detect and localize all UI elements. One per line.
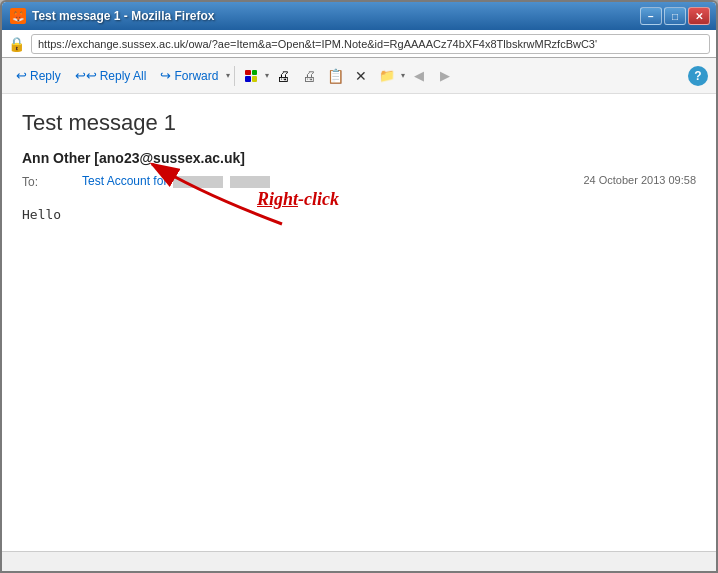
contact-button[interactable]: 📋 bbox=[323, 64, 347, 88]
contact-icon: 📋 bbox=[327, 68, 344, 84]
reply-all-label: Reply All bbox=[100, 69, 147, 83]
forward-icon: ↪ bbox=[160, 68, 171, 83]
title-bar-left: 🦊 Test message 1 - Mozilla Firefox bbox=[10, 8, 215, 24]
email-from: Ann Other [ano23@sussex.ac.uk] bbox=[22, 150, 696, 166]
email-content-area: Test message 1 Ann Other [ano23@sussex.a… bbox=[2, 94, 716, 551]
next-button[interactable]: ▶ bbox=[433, 64, 457, 88]
grid-icon bbox=[245, 70, 257, 82]
help-button[interactable]: ? bbox=[688, 66, 708, 86]
close-button[interactable]: ✕ bbox=[688, 7, 710, 25]
url-input[interactable]: https://exchange.sussex.ac.uk/owa/?ae=It… bbox=[31, 34, 710, 54]
reply-all-button[interactable]: ↩↩ Reply All bbox=[69, 65, 153, 86]
reply-button[interactable]: ↩ Reply bbox=[10, 65, 67, 86]
forward-label: Forward bbox=[174, 69, 218, 83]
email-body: Hello bbox=[22, 205, 696, 226]
window-title: Test message 1 - Mozilla Firefox bbox=[32, 9, 215, 23]
reply-all-icon: ↩↩ bbox=[75, 68, 97, 83]
prev-button[interactable]: ◀ bbox=[407, 64, 431, 88]
to-value: Test Account for bbox=[82, 174, 272, 188]
delete-icon: ✕ bbox=[355, 68, 367, 84]
forward-button[interactable]: ↪ Forward bbox=[154, 65, 224, 86]
email-toolbar: ↩ Reply ↩↩ Reply All ↪ Forward ▾ ▾ 🖨 bbox=[2, 58, 716, 94]
print2-button[interactable]: 🖨 bbox=[297, 64, 321, 88]
restore-button[interactable]: □ bbox=[664, 7, 686, 25]
move-button[interactable]: 📁 bbox=[375, 64, 399, 88]
next-icon: ▶ bbox=[440, 68, 450, 83]
minimize-button[interactable]: − bbox=[640, 7, 662, 25]
move-dropdown-arrow[interactable]: ▾ bbox=[401, 71, 405, 80]
prev-icon: ◀ bbox=[414, 68, 424, 83]
address-bar: 🔒 https://exchange.sussex.ac.uk/owa/?ae=… bbox=[2, 30, 716, 58]
to-label: To: bbox=[22, 174, 82, 189]
print-icon: 🖨 bbox=[276, 68, 290, 84]
print-button[interactable]: 🖨 bbox=[271, 64, 295, 88]
redacted-name-1 bbox=[173, 176, 223, 188]
separator-1 bbox=[234, 66, 235, 86]
browser-window: 🦊 Test message 1 - Mozilla Firefox − □ ✕… bbox=[0, 0, 718, 573]
email-subject: Test message 1 bbox=[22, 110, 696, 136]
redacted-name-2 bbox=[230, 176, 270, 188]
firefox-icon: 🦊 bbox=[10, 8, 26, 24]
window-controls: − □ ✕ bbox=[640, 7, 710, 25]
reply-label: Reply bbox=[30, 69, 61, 83]
delete-button[interactable]: ✕ bbox=[349, 64, 373, 88]
email-meta-row: To: Test Account for 24 October 2013 09:… bbox=[22, 174, 696, 189]
reply-icon: ↩ bbox=[16, 68, 27, 83]
status-bar bbox=[2, 551, 716, 571]
grid-dropdown-arrow[interactable]: ▾ bbox=[265, 71, 269, 80]
email-date: 24 October 2013 09:58 bbox=[583, 174, 696, 186]
grid-view-button[interactable] bbox=[239, 64, 263, 88]
forward-dropdown-arrow[interactable]: ▾ bbox=[226, 71, 230, 80]
lock-icon: 🔒 bbox=[8, 36, 25, 52]
print2-icon: 🖨 bbox=[302, 68, 316, 84]
title-bar: 🦊 Test message 1 - Mozilla Firefox − □ ✕ bbox=[2, 2, 716, 30]
move-icon: 📁 bbox=[379, 68, 395, 83]
